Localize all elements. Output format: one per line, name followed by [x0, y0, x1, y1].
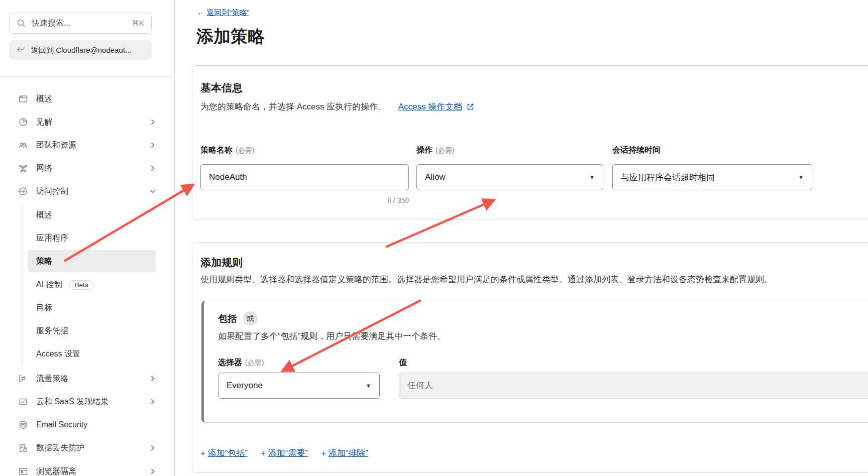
sidebar-subitem-service-credentials[interactable]: 服务凭据: [0, 319, 174, 342]
basic-info-heading: 基本信息: [200, 81, 243, 95]
sidebar-item-access-control[interactable]: 访问控制: [0, 180, 174, 203]
include-rule-block: 包括 或 如果配置了多个“包括”规则，用户只需要满足其中一个条件。 选择器(必需…: [201, 301, 868, 423]
traffic-arrows-icon: [18, 374, 28, 384]
back-arrow-icon: ←: [197, 8, 204, 17]
policy-name-input[interactable]: [200, 164, 409, 190]
return-arrow-icon: [16, 46, 25, 55]
chevron-right-icon: [149, 165, 156, 172]
access-login-icon: [18, 186, 28, 196]
caret-down-icon: ▼: [798, 174, 804, 180]
chevron-right-icon: [149, 118, 156, 126]
page-title: 添加策略: [196, 25, 265, 48]
quick-search[interactable]: ⌘K: [9, 13, 152, 34]
beta-badge: Beta: [69, 280, 94, 290]
browser-isolation-icon: [18, 466, 28, 476]
selector-select[interactable]: Everyone ▼: [218, 373, 380, 399]
value-label: 值: [399, 358, 407, 368]
window-icon: [18, 94, 28, 104]
sidebar-item-traffic-policies[interactable]: 流量策略: [0, 367, 174, 390]
sidebar-item-insights[interactable]: 见解: [0, 110, 174, 134]
sidebar-subitem-access-settings[interactable]: Access 设置: [0, 342, 174, 366]
add-rules-heading: 添加规则: [200, 256, 243, 270]
chevron-right-icon: [149, 468, 156, 475]
search-shortcut: ⌘K: [132, 19, 144, 28]
chevron-right-icon: [149, 398, 156, 405]
sidebar-item-email-security[interactable]: Email Security: [0, 413, 174, 436]
people-icon: [18, 140, 28, 150]
char-counter: 8 / 350: [200, 196, 409, 204]
document-lock-icon: [18, 443, 28, 453]
main-content: ← 返回到“策略” 添加策略 基本信息 为您的策略命名，并选择 Access 应…: [175, 0, 868, 476]
sidebar-subitem-targets[interactable]: 目标: [0, 296, 174, 319]
selector-label: 选择器(必需): [218, 358, 264, 368]
sidebar-subitem-policies[interactable]: 策略: [0, 250, 174, 273]
access-docs-link[interactable]: Access 操作文档: [398, 102, 463, 111]
basic-info-card: 基本信息 为您的策略命名，并选择 Access 应执行的操作。 Access 操…: [192, 65, 868, 219]
add-include-link[interactable]: + 添加“包括”: [200, 447, 248, 459]
action-select[interactable]: Allow ▼: [416, 164, 603, 190]
add-require-link[interactable]: + 添加“需要”: [261, 447, 308, 459]
cloud-check-icon: [18, 397, 28, 407]
policy-name-label: 策略名称(必需): [200, 145, 254, 156]
chevron-right-icon: [149, 375, 156, 382]
rule-links: + 添加“包括” + 添加“需要” + 添加“排除”: [200, 447, 368, 459]
sidebar-item-dlp[interactable]: 数据丢失防护: [0, 436, 174, 459]
search-input[interactable]: [31, 18, 127, 28]
include-description: 如果配置了多个“包括”规则，用户只需要满足其中一个条件。: [218, 330, 446, 342]
network-icon: [18, 163, 28, 173]
chevron-right-icon: [149, 142, 156, 149]
sidebar-subitem-ai-control[interactable]: AI 控制 Beta: [0, 273, 174, 296]
session-duration-select[interactable]: 与应用程序会话超时相同 ▼: [612, 164, 812, 190]
sidebar-divider: [0, 76, 174, 77]
sidebar-item-network[interactable]: 网络: [0, 157, 174, 180]
caret-down-icon: ▼: [589, 174, 595, 180]
sidebar-item-teams-resources[interactable]: 团队和资源: [0, 134, 174, 157]
pie-chart-icon: [18, 117, 28, 127]
search-icon: [17, 19, 26, 28]
include-heading: 包括 或: [218, 311, 258, 326]
add-exclude-link[interactable]: + 添加“排除”: [321, 447, 368, 459]
external-link-icon: [467, 103, 474, 110]
or-badge: 或: [243, 311, 258, 326]
sidebar-subitem-overview[interactable]: 概述: [0, 203, 174, 226]
sidebar-subitem-applications[interactable]: 应用程序: [0, 226, 174, 250]
basic-info-description: 为您的策略命名，并选择 Access 应执行的操作。 Access 操作文档: [200, 101, 474, 112]
add-rules-card: 添加规则 使用规则类型、选择器和选择器值定义策略的范围。选择器是您希望用户满足的…: [192, 242, 868, 473]
email-shield-icon: [18, 420, 28, 430]
value-input[interactable]: [399, 373, 868, 399]
chevron-down-icon: [149, 188, 156, 195]
back-to-policies-link[interactable]: ← 返回到“策略”: [197, 8, 249, 18]
sidebar-item-overview[interactable]: 概述: [0, 87, 174, 110]
caret-down-icon: ▼: [366, 383, 371, 389]
action-label: 操作(必需): [416, 145, 454, 156]
chevron-right-icon: [149, 444, 156, 451]
add-rules-description: 使用规则类型、选择器和选择器值定义策略的范围。选择器是您希望用户满足的条件或属性…: [200, 274, 773, 285]
sidebar-item-cloud-saas-findings[interactable]: 云和 SaaS 发现结果: [0, 390, 174, 413]
sidebar: ⌘K 返回到 Cloudflare@nodeaut... 概述 见解 团队和资源…: [0, 0, 175, 476]
sidebar-item-browser-isolation[interactable]: 浏览器隔离: [0, 460, 174, 476]
back-to-cloudflare-button[interactable]: 返回到 Cloudflare@nodeaut...: [9, 40, 152, 60]
session-duration-label: 会话持续时间: [612, 145, 661, 156]
